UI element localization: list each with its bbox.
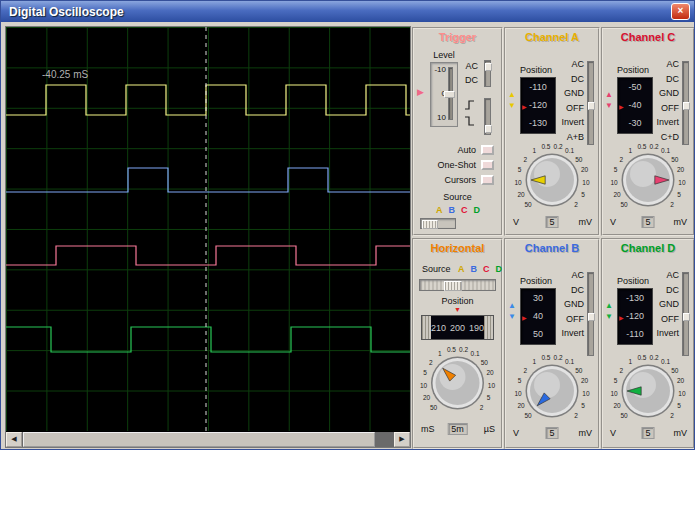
svg-text:10: 10 xyxy=(514,390,522,397)
arrow-down-icon[interactable]: ▼ xyxy=(508,313,516,321)
svg-text:5: 5 xyxy=(581,402,585,409)
source-c-label: C xyxy=(483,264,490,274)
svg-text:2: 2 xyxy=(574,412,578,419)
arrow-down-icon[interactable]: ▼ xyxy=(605,313,613,321)
window-title: Digital Oscilloscope xyxy=(5,5,671,19)
trigger-slope-selector[interactable] xyxy=(484,98,491,135)
close-button[interactable]: × xyxy=(671,3,690,20)
knob-value: 5 xyxy=(641,427,654,439)
source-slider-handle[interactable] xyxy=(444,281,462,291)
arrow-down-icon[interactable]: ▼ xyxy=(605,102,613,110)
trigger-panel: Trigger Level ▶ -10 0 10 AC DC Auto One-… xyxy=(412,27,503,236)
time-div-knob[interactable]: 5020105210.50.20.150201052 xyxy=(414,344,501,418)
svg-text:10: 10 xyxy=(514,179,522,186)
drum-ridge[interactable] xyxy=(422,316,431,339)
arrow-up-icon[interactable]: ▲ xyxy=(605,91,613,99)
svg-text:2: 2 xyxy=(429,359,433,366)
option-off: OFF xyxy=(548,312,584,327)
channel-d-panel: Channel D Position ▲ ▼ ▶ -130 -120 -110 … xyxy=(601,238,695,449)
slope-selector-handle[interactable] xyxy=(485,125,492,133)
option-ac: AC xyxy=(548,268,584,283)
knob-value: 5 xyxy=(545,216,558,228)
option-invert: Invert xyxy=(643,115,679,130)
cursors-label: Cursors xyxy=(444,175,476,185)
option-invert: Invert xyxy=(643,326,679,341)
one-shot-button[interactable] xyxy=(481,160,494,170)
titlebar[interactable]: Digital Oscilloscope × xyxy=(1,1,694,22)
position-arrows[interactable]: ▲ ▼ xyxy=(508,302,516,321)
arrow-down-icon[interactable]: ▼ xyxy=(508,102,516,110)
coupling-selector-handle[interactable] xyxy=(588,102,595,110)
svg-text:10: 10 xyxy=(420,382,428,389)
drum-value: 190 xyxy=(469,323,484,333)
svg-text:2: 2 xyxy=(574,201,578,208)
trigger-level-slider[interactable]: -10 0 10 xyxy=(430,62,458,127)
horizontal-position-drum[interactable]: 210 200 190 xyxy=(421,315,494,340)
source-d-label: D xyxy=(496,264,503,274)
svg-text:0.5: 0.5 xyxy=(447,346,456,353)
scroll-left-button[interactable]: ◀ xyxy=(6,432,22,447)
coupling-selector[interactable] xyxy=(682,61,689,145)
coupling-selector-handle[interactable] xyxy=(683,102,690,110)
trigger-level-arrow-icon[interactable]: ▶ xyxy=(417,87,424,97)
unit-right-label: mV xyxy=(579,217,593,227)
svg-text:5: 5 xyxy=(614,166,618,173)
svg-text:0.2: 0.2 xyxy=(650,354,659,361)
coupling-selector[interactable] xyxy=(587,61,594,145)
position-arrows[interactable]: ▲ ▼ xyxy=(605,91,613,110)
knob-value: 5m xyxy=(447,423,468,435)
svg-text:0.2: 0.2 xyxy=(554,143,563,150)
one-shot-label: One-Shot xyxy=(437,160,476,170)
coupling-selector-handle[interactable] xyxy=(683,313,690,321)
horizontal-source-label: Source xyxy=(422,264,451,274)
coupling-selector[interactable] xyxy=(587,272,594,356)
svg-text:5: 5 xyxy=(614,377,618,384)
volts-div-knob[interactable]: 5020105210.50.20.150201052 xyxy=(603,141,693,215)
coupling-selector-handle[interactable] xyxy=(588,313,595,321)
position-arrows[interactable]: ▲ ▼ xyxy=(508,91,516,110)
level-tick: -10 xyxy=(433,65,446,74)
option-ac: AC xyxy=(643,57,679,72)
level-slider-handle[interactable] xyxy=(444,91,455,98)
arrow-up-icon[interactable]: ▲ xyxy=(508,302,516,310)
svg-text:0.1: 0.1 xyxy=(565,147,574,154)
horizontal-source-slider[interactable] xyxy=(419,279,496,291)
channel-a-panel: Channel A Position ▲ ▼ ▶ -110 -120 -130 … xyxy=(504,27,600,236)
source-c-label: C xyxy=(461,205,468,215)
drum-ridge[interactable] xyxy=(484,316,493,339)
arrow-up-icon[interactable]: ▲ xyxy=(605,302,613,310)
source-slider-handle[interactable] xyxy=(422,220,438,229)
svg-text:0.1: 0.1 xyxy=(565,358,574,365)
auto-button[interactable] xyxy=(481,145,494,155)
volts-div-knob[interactable]: 5020105210.50.20.150201052 xyxy=(506,352,598,426)
source-d-label: D xyxy=(474,205,481,215)
svg-text:0.5: 0.5 xyxy=(637,143,646,150)
volts-div-knob[interactable]: 5020105210.50.20.150201052 xyxy=(603,352,693,426)
trigger-dc-label: DC xyxy=(456,73,478,87)
scrollbar-thumb[interactable] xyxy=(23,432,375,447)
position-arrows[interactable]: ▲ ▼ xyxy=(605,302,613,321)
unit-left-label: V xyxy=(610,217,616,227)
horizontal-scrollbar[interactable]: ◀ ▶ xyxy=(6,432,410,447)
option-ac: AC xyxy=(548,57,584,72)
svg-text:10: 10 xyxy=(678,179,686,186)
svg-text:50: 50 xyxy=(481,359,489,366)
option-dc: DC xyxy=(643,72,679,87)
svg-text:10: 10 xyxy=(610,179,618,186)
svg-text:20: 20 xyxy=(613,191,621,198)
cursors-button[interactable] xyxy=(481,175,494,185)
svg-text:1: 1 xyxy=(438,350,442,357)
trigger-source-slider[interactable] xyxy=(420,218,456,229)
svg-text:20: 20 xyxy=(613,402,621,409)
volts-div-knob[interactable]: 5020105210.50.20.150201052 xyxy=(506,141,598,215)
scroll-right-button[interactable]: ▶ xyxy=(394,432,410,447)
option-ac: AC xyxy=(643,268,679,283)
arrow-up-icon[interactable]: ▲ xyxy=(508,91,516,99)
coupling-selector[interactable] xyxy=(682,272,689,356)
option-gnd: GND xyxy=(643,297,679,312)
waveform-channel-d xyxy=(6,327,410,352)
trigger-slope-icons xyxy=(464,100,475,126)
coupling-selector-handle[interactable] xyxy=(485,63,492,71)
trigger-coupling-selector[interactable] xyxy=(484,60,491,87)
svg-text:10: 10 xyxy=(488,382,496,389)
